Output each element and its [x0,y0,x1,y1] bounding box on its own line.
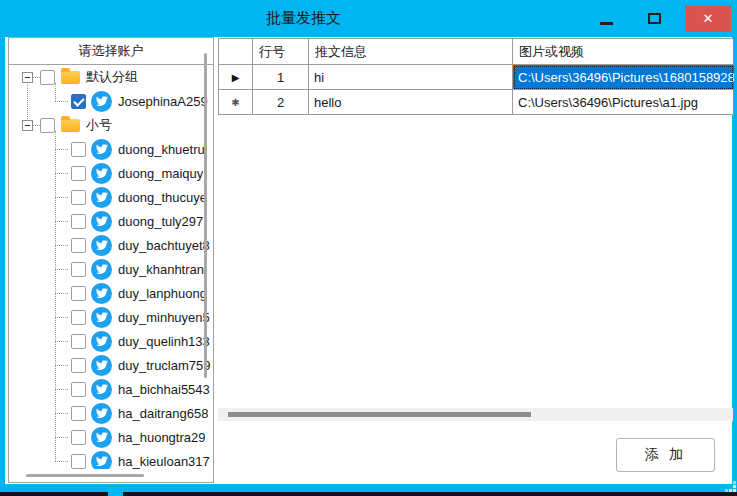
message-cell[interactable]: hi [309,65,513,90]
account-checkbox[interactable] [71,286,86,301]
tree-account-item[interactable]: duy_khanhtran [9,257,213,281]
tree-account-item[interactable]: ha_daitrang658 [9,401,213,425]
tree-account-item[interactable]: duy_bachtuyet8 [9,233,213,257]
window-controls: ✕ [589,0,731,37]
app-window: 批量发推文 ✕ 请选择账户 默认分组 JosephinaA259 [0,0,737,496]
folder-icon [61,71,80,84]
twitter-icon [91,355,112,376]
account-label: ha_bichhai5543 [118,382,210,397]
resize-grip-icon[interactable] [725,481,736,492]
account-label: ha_huongtra29 [118,430,205,445]
tree-account-item[interactable]: duy_truclam759 [9,353,213,377]
account-checkbox[interactable] [71,454,86,469]
account-checkbox[interactable] [71,190,86,205]
collapse-icon[interactable] [22,72,33,83]
twitter-icon [91,139,112,160]
account-checkbox[interactable] [71,166,86,181]
twitter-icon [91,379,112,400]
grid-header-message[interactable]: 推文信息 [309,39,513,65]
tree-guides [27,77,28,125]
account-checkbox[interactable] [71,334,86,349]
twitter-icon [91,331,112,352]
tree-guides [55,83,56,101]
row-indicator-icon[interactable]: ▶ [219,65,253,90]
collapse-icon[interactable] [22,120,33,131]
account-checkbox[interactable] [71,94,86,109]
account-label: ha_daitrang658 [118,406,208,421]
media-cell[interactable]: C:\Users\36496\Pictures\1680158928 [513,65,734,90]
tree-connector [55,413,68,414]
tree-connector [55,341,68,342]
tree-account-item[interactable]: JosephinaA259 [9,89,213,113]
window-border-left [0,37,5,484]
account-label: ha_kieuloan317 [118,454,210,469]
maximize-icon [648,13,661,24]
tree-connector [55,437,68,438]
tree-connector [55,365,68,366]
tree-account-item[interactable]: duy_lanphuong [9,281,213,305]
twitter-icon [91,307,112,328]
account-panel-header: 请选择账户 [9,38,213,65]
account-checkbox[interactable] [71,238,86,253]
tree-connector [55,461,68,462]
tree-account-item[interactable]: duy_minhuyen5 [9,305,213,329]
grid-header-rowselector[interactable] [219,39,253,65]
add-button[interactable]: 添 加 [616,438,715,472]
twitter-icon [91,403,112,424]
grid-scrollbar-thumb[interactable] [228,412,531,417]
tree-account-item[interactable]: ha_huongtra29 [9,425,213,449]
window-border-bottom [0,484,737,492]
grid-row: ✱ 2 hello C:\Users\36496\Pictures\a1.jpg [219,90,733,115]
group-label: 小号 [86,116,112,134]
account-label: duy_khanhtran [118,262,204,277]
group-checkbox[interactable] [40,70,55,85]
row-number-cell[interactable]: 1 [253,65,309,90]
tree-connector [55,149,68,150]
account-checkbox[interactable] [71,262,86,277]
tree-group-item[interactable]: 默认分组 [9,65,213,89]
tree-account-item[interactable]: ha_kieuloan317 [9,449,213,469]
tree-group-item[interactable]: 小号 [9,113,213,137]
group-checkbox[interactable] [40,118,55,133]
account-checkbox[interactable] [71,142,86,157]
tree-account-item[interactable]: duong_khuetru [9,137,213,161]
row-number-cell[interactable]: 2 [253,90,309,115]
desktop-notch [108,492,123,496]
row-indicator-icon[interactable]: ✱ [219,90,253,115]
tree-connector [33,77,40,78]
minimize-button[interactable] [589,6,623,32]
tweet-grid: 行号 推文信息 图片或视频 ▶ 1 hi C:\Users\36496\Pict… [218,38,733,115]
grid-header-rownumber[interactable]: 行号 [253,39,309,65]
tree-account-item[interactable]: duong_tuly297 [9,209,213,233]
tree-connector [55,317,68,318]
account-checkbox[interactable] [71,406,86,421]
grid-row: ▶ 1 hi C:\Users\36496\Pictures\168015892… [219,65,733,90]
tree-account-item[interactable]: duy_quelinh133 [9,329,213,353]
grid-body: ▶ 1 hi C:\Users\36496\Pictures\168015892… [219,65,733,115]
twitter-icon [91,283,112,304]
message-cell[interactable]: hello [309,90,513,115]
account-checkbox[interactable] [71,214,86,229]
tree-vertical-scrollbar[interactable] [204,53,207,378]
group-label: 默认分组 [86,68,138,86]
account-label: duong_tuly297 [118,214,203,229]
tree-account-item[interactable]: duong_thucuye [9,185,213,209]
tree-horizontal-scrollbar[interactable] [26,474,144,477]
account-checkbox[interactable] [71,358,86,373]
grid-header-media[interactable]: 图片或视频 [513,39,734,65]
account-tree: 默认分组 JosephinaA259 小号 duong_khuetru duon… [9,65,213,469]
close-button[interactable]: ✕ [685,6,731,32]
title-bar: 批量发推文 ✕ [0,0,737,37]
account-checkbox[interactable] [71,430,86,445]
account-label: duong_maiquy [118,166,203,181]
account-label: duy_lanphuong [118,286,207,301]
account-label: duy_quelinh133 [118,334,210,349]
tree-account-item[interactable]: ha_bichhai5543 [9,377,213,401]
tree-connector [55,269,68,270]
tree-account-item[interactable]: duong_maiquy [9,161,213,185]
account-checkbox[interactable] [71,382,86,397]
account-checkbox[interactable] [71,310,86,325]
maximize-button[interactable] [637,6,671,32]
media-cell[interactable]: C:\Users\36496\Pictures\a1.jpg [513,90,734,115]
account-label: duy_bachtuyet8 [118,238,210,253]
